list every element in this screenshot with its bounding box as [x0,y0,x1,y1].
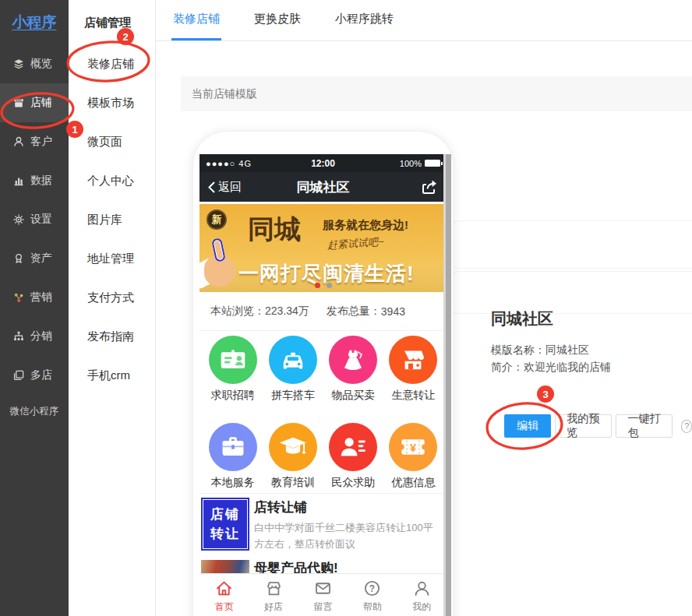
template-intro-value: 欢迎光临我的店铺 [524,361,611,373]
sidebar-item-label: 资产 [30,252,52,266]
submenu-item-micro-page[interactable]: 微页面 [69,122,155,161]
dress-icon [329,336,377,384]
sidebar-item-data[interactable]: 数据 [0,161,69,200]
home-icon [214,579,234,598]
scrollbar-thumb[interactable] [446,154,451,616]
thumbs-up-illustration [199,226,243,291]
marketing-icon [12,291,25,304]
carousel-dot-active[interactable] [315,283,320,288]
grid-item-goods[interactable]: 物品买卖 [325,336,381,403]
sidebar-item-marketing[interactable]: 营销 [0,278,69,317]
tab-decorate-shop[interactable]: 装修店铺 [171,0,221,40]
views-label: 本站浏览： [210,304,265,319]
my-preview-button[interactable]: 我的预览 [555,414,612,438]
sidebar-item-shop[interactable]: 店铺 [0,83,69,122]
template-actions: 编辑 我的预览 一键打包 ? [504,414,692,438]
grid-item-carpool[interactable]: 拼车搭车 [265,336,321,403]
briefcase-icon [209,423,257,471]
grid-item-education[interactable]: 教育培训 [265,423,321,490]
tab-messages[interactable]: 留言 [298,574,348,616]
taxi-icon [269,336,317,384]
banner-carousel[interactable]: 新 同城 服务就在您身边! 赶紧试试吧~ 一网打尽闽清生活! [199,204,447,292]
help-icon[interactable]: ? [681,420,692,433]
sidebar-item-multistore[interactable]: 多店 [0,356,69,395]
sidebar-item-overview[interactable]: 概览 [0,44,69,83]
gear-icon [12,213,25,226]
sidebar-item-settings[interactable]: 设置 [0,200,69,239]
battery-percent: 100% [400,159,422,168]
submenu-item-decorate-shop[interactable]: 装修店铺 [69,44,155,83]
preview-scrollbar[interactable] [443,154,451,616]
grid-item-jobs[interactable]: 求职招聘 [205,336,261,403]
submenu-item-image-library[interactable]: 图片库 [69,200,155,239]
category-grid: 求职招聘 拼车搭车 物品买卖 [199,331,447,493]
shop-outline-icon [264,579,284,598]
banner-handwriting: 赶紧试试吧~ [327,234,384,252]
views-value: 223.34万 [265,304,309,319]
admin-console-page: 小程序 概览 店铺 客户 数据 设置 [0,0,692,616]
shop-management-submenu: 店铺管理 装修店铺 模板市场 微页面 个人中心 图片库 地址管理 支付方式 发布… [69,0,156,616]
submenu-item-template-market[interactable]: 模板市场 [69,83,155,122]
phone-nav-bar: 返回 同城社区 [199,172,447,202]
sidebar-item-label: 多店 [30,368,52,382]
listing-title: 店转让铺 [254,498,307,516]
submenu-item-address-management[interactable]: 地址管理 [69,239,155,278]
sidebar-item-customers[interactable]: 客户 [0,122,69,161]
sidebar-item-label: 营销 [30,290,52,304]
sidebar-item-assets[interactable]: 资产 [0,239,69,278]
one-click-package-button[interactable]: 一键打包 [616,414,673,438]
submenu-item-payment-method[interactable]: 支付方式 [69,278,155,317]
edit-button[interactable]: 编辑 [504,414,551,438]
share-icon[interactable] [420,178,439,195]
sidebar-item-wechat-miniprogram[interactable]: 微信小程序 [0,395,69,428]
carousel-dots [199,283,447,288]
tab-miniprogram-jump[interactable]: 小程序跳转 [334,0,395,40]
tab-change-skin[interactable]: 更换皮肤 [252,0,302,40]
submenu-header: 店铺管理 [69,0,155,44]
svg-text:¥: ¥ [410,442,417,454]
listing-thumbnail: 店铺 转让 [201,498,249,551]
primary-sidebar: 小程序 概览 店铺 客户 数据 设置 [0,0,69,616]
app-logo[interactable]: 小程序 [0,0,69,44]
phone-screen: ●●●●○ 4G 12:00 100% 返回 同城社区 [199,154,447,616]
tab-home[interactable]: 首页 [199,574,249,616]
posts-value: 3943 [381,305,405,318]
grid-item-public-help[interactable]: 民众求助 [325,423,381,490]
mail-icon [313,579,333,598]
top-tabs: 装修店铺 更换皮肤 小程序跳转 [156,0,692,41]
sidebar-item-label: 设置 [30,213,52,227]
id-card-icon [209,336,257,384]
banner-tagline: 服务就在您身边! [323,218,408,233]
ghost-card [452,220,692,269]
asset-badge-icon [12,252,25,265]
battery-icon [425,160,440,167]
ghost-card [452,271,692,314]
page-title: 同城社区 [199,178,447,196]
main-content: 装修店铺 更换皮肤 小程序跳转 当前店铺模版 ●●●●○ 4G 12:00 10… [156,0,692,616]
tab-good-shops[interactable]: 好店 [249,574,298,616]
submenu-item-personal-center[interactable]: 个人中心 [69,161,155,200]
coupon-icon: ¥ [389,423,437,471]
template-name-value: 同城社区 [545,343,589,356]
posts-label: 发布总量： [327,304,381,319]
grid-item-business-transfer[interactable]: 生意转让 [385,336,441,403]
listing-item-shop-transfer[interactable]: 店铺 转让 店转让铺 白中中学对面千丝二楼美容店转让100平方左右，整店转价面议 [199,493,447,558]
phone-preview-frame: ●●●●○ 4G 12:00 100% 返回 同城社区 [192,131,454,616]
grid-item-coupons[interactable]: ¥ 优惠信息 [385,423,441,490]
tab-help[interactable]: ? 帮助 [348,574,397,616]
sidebar-item-label: 概览 [30,57,52,71]
submenu-item-mobile-crm[interactable]: 手机crm [69,356,155,395]
new-badge: 新 [207,209,227,230]
tab-me[interactable]: 我的 [397,574,447,616]
sidebar-item-distribution[interactable]: 分销 [0,317,69,356]
bar-chart-icon [12,174,25,187]
submenu-item-publish-guide[interactable]: 发布指南 [69,317,155,356]
distribution-icon [12,330,25,343]
sidebar-item-label: 数据 [30,174,52,188]
phone-status-bar: ●●●●○ 4G 12:00 100% [199,154,447,172]
current-template-section-title: 当前店铺模版 [181,76,692,111]
customer-icon [12,136,25,148]
grid-item-local-services[interactable]: 本地服务 [205,423,261,490]
sidebar-item-label: 店铺 [30,96,52,110]
carousel-dot[interactable] [327,283,332,288]
